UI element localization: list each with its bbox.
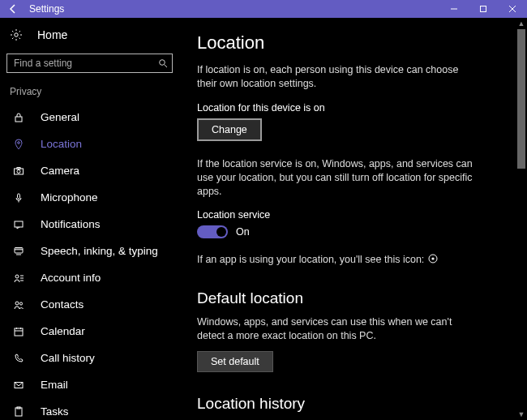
sidebar: Home Privacy General Location Camera M [0,18,182,420]
sidebar-item-label: Email [41,379,68,391]
search-input[interactable] [6,54,173,73]
svg-line-12 [12,38,13,39]
svg-point-34 [19,302,22,304]
sidebar-item-label: Contacts [41,298,84,311]
email-icon [11,378,26,392]
minimize-button[interactable] [439,5,469,13]
default-location-heading: Default location [197,289,508,307]
sidebar-item-label: Microphone [41,191,98,204]
sidebar-item-microphone[interactable]: Microphone [0,184,182,211]
svg-point-16 [18,141,20,144]
sidebar-item-account[interactable]: Account info [0,264,182,291]
phone-icon [11,351,26,366]
account-icon [11,271,26,285]
search-field[interactable] [7,58,154,69]
sidebar-item-camera[interactable]: Camera [0,157,182,184]
svg-point-43 [431,258,434,260]
sidebar-item-calendar[interactable]: Calendar [0,318,182,345]
back-button[interactable] [0,0,26,18]
default-location-text: Windows, apps, and services can use this… [197,315,481,343]
device-status: Location for this device is on [197,102,508,114]
location-icon [11,137,26,152]
sidebar-item-label: Call history [41,352,95,364]
icon-hint-text: If an app is using your location, you'll… [197,254,424,265]
sidebar-item-location[interactable]: Location [0,131,182,157]
svg-line-14 [165,65,167,67]
microphone-icon [11,191,26,205]
maximize-button[interactable] [469,5,498,13]
service-text: If the location service is on, Windows, … [197,157,481,199]
location-indicator-icon [427,253,439,264]
window-title: Settings [29,3,439,15]
sidebar-item-speech[interactable]: Speech, inking, & typing [0,238,182,264]
speech-icon [11,244,26,259]
svg-line-9 [12,31,13,32]
scroll-up-arrow[interactable]: ▲ [516,18,527,29]
search-icon [154,58,172,68]
window-buttons [439,5,527,13]
search-container [0,49,182,78]
sidebar-item-tasks[interactable]: Tasks [0,398,182,420]
home-button[interactable]: Home [0,21,182,49]
location-history-heading: Location history [197,395,508,413]
sidebar-item-label: Camera [41,165,79,177]
scroll-track[interactable] [516,29,527,409]
tasks-icon [11,405,26,419]
svg-point-29 [15,275,19,278]
titlebar: Settings [0,0,527,18]
sidebar-item-email[interactable]: Email [0,371,182,398]
svg-point-18 [17,169,20,173]
main-pane: Location If location is on, each person … [182,18,527,420]
svg-line-10 [19,38,20,39]
svg-point-13 [160,60,165,66]
scroll-down-arrow[interactable]: ▼ [516,409,527,420]
scrollbar[interactable]: ▲ ▼ [516,18,527,420]
svg-rect-15 [15,117,22,122]
sidebar-item-label: Speech, inking, & typing [41,245,158,257]
change-button[interactable]: Change [197,118,262,141]
sidebar-item-notifications[interactable]: Notifications [0,211,182,238]
location-service-toggle[interactable] [197,225,228,238]
sidebar-item-label: Account info [41,272,101,284]
set-default-button[interactable]: Set default [197,351,273,372]
close-button[interactable] [498,5,527,13]
toggle-state: On [236,226,250,238]
calendar-icon [11,324,26,339]
sidebar-item-label: Notifications [41,218,101,230]
svg-point-4 [15,33,18,36]
svg-rect-20 [18,194,20,199]
sidebar-item-label: General [41,111,79,123]
scroll-thumb[interactable] [517,29,525,169]
sidebar-item-label: Location [41,138,82,150]
sidebar-item-label: Calendar [41,325,85,337]
sidebar-item-general[interactable]: General [0,104,182,131]
svg-rect-22 [15,221,23,227]
section-heading: Privacy [0,78,182,104]
page-title: Location [197,32,508,54]
svg-rect-1 [481,6,486,12]
camera-icon [11,164,26,178]
notifications-icon [11,217,26,232]
sidebar-item-label: Tasks [41,405,69,418]
icon-hint-row: If an app is using your location, you'll… [197,253,481,267]
contacts-icon [11,298,26,312]
svg-line-11 [19,31,20,32]
gear-icon [10,28,23,41]
svg-rect-35 [15,328,23,336]
lock-icon [11,110,26,125]
svg-point-33 [15,302,19,305]
sidebar-item-call-history[interactable]: Call history [0,345,182,371]
sidebar-item-contacts[interactable]: Contacts [0,291,182,318]
home-label: Home [37,28,67,41]
intro-text: If location is on, each person using thi… [197,63,481,91]
service-label: Location service [197,209,508,221]
